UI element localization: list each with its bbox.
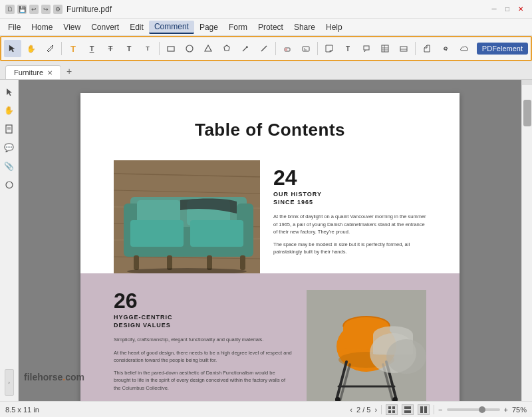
triangle-tool-button[interactable] (200, 40, 217, 57)
text-strikethrough-button[interactable]: T (102, 40, 119, 57)
attach-tool-button[interactable] (418, 40, 436, 57)
menu-form[interactable]: Form (223, 21, 253, 33)
line-tool-button[interactable] (255, 40, 273, 57)
status-bar: 8.5 x 11 in ‹ 2 / 5 › − + 75% (0, 401, 532, 417)
text-tool-5-button[interactable]: T (139, 40, 156, 57)
sidebar-circle-icon[interactable] (3, 178, 16, 192)
menu-view[interactable]: View (58, 21, 86, 33)
main-layout: ✋ 💬 📎 › Table of Contents (0, 80, 532, 401)
menu-share[interactable]: Share (289, 21, 321, 33)
menu-convert[interactable]: Convert (86, 21, 124, 33)
svg-rect-35 (207, 255, 212, 270)
cloud-button[interactable] (456, 40, 473, 57)
table-tool-button[interactable] (376, 40, 394, 57)
sticky-note-button[interactable] (321, 40, 338, 57)
tab-bar: Furniture ✕ + (0, 61, 532, 80)
quick-access-1[interactable]: 💾 (17, 5, 27, 14)
maximize-button[interactable]: □ (501, 3, 513, 15)
svg-point-49 (386, 339, 426, 374)
hand-tool-button[interactable]: ✋ (23, 40, 40, 57)
sidebar-hand-icon[interactable]: ✋ (3, 104, 16, 117)
section-2: 26 HYGGE-CENTRIC DESIGN VALUES Simplicit… (80, 273, 460, 401)
svg-rect-57 (424, 406, 427, 413)
title-bar: 🗋 💾 ↩ ↪ ⚙ Furniture.pdf ─ □ ✕ (0, 0, 532, 19)
section-1-body2: The space may be modest in size but it i… (273, 241, 426, 256)
tab-furniture[interactable]: Furniture ✕ (5, 65, 61, 79)
menu-help[interactable]: Help (321, 21, 348, 33)
section-2-body1: Simplicity, craftsmanship, elegant funct… (114, 336, 293, 343)
prev-page-button[interactable]: ‹ (350, 406, 352, 414)
sofa-image (114, 160, 260, 273)
svg-rect-51 (392, 406, 395, 409)
measure-button[interactable] (395, 40, 412, 57)
link-tool-button[interactable] (437, 40, 454, 57)
svg-rect-32 (190, 220, 243, 247)
menu-file[interactable]: File (3, 21, 26, 33)
zoom-out-button[interactable]: − (438, 406, 442, 414)
svg-rect-6 (364, 46, 369, 50)
menu-edit[interactable]: Edit (124, 21, 149, 33)
menu-page[interactable]: Page (194, 21, 223, 33)
view-mode-2-button[interactable] (402, 404, 414, 415)
separator-3 (275, 42, 276, 55)
pdfelement-button[interactable]: PDFelement (477, 43, 528, 55)
menu-protect[interactable]: Protect (253, 21, 289, 33)
chair-image (307, 290, 426, 401)
next-page-button[interactable]: › (374, 406, 377, 414)
sidebar-comment-icon[interactable]: 💬 (3, 141, 16, 154)
polygon-tool-button[interactable] (218, 40, 235, 57)
text-highlight-button[interactable]: T (65, 40, 82, 57)
zoom-slider[interactable] (447, 408, 500, 411)
tab-label: Furniture (14, 69, 43, 76)
rectangle-tool-button[interactable] (162, 40, 180, 57)
section-2-body3: This belief in the pared-down aesthetic … (114, 369, 293, 392)
svg-rect-36 (240, 255, 245, 270)
text-underline-button[interactable]: T (83, 40, 100, 57)
section-2-text: 26 HYGGE-CENTRIC DESIGN VALUES Simplicit… (114, 290, 293, 397)
svg-point-17 (6, 182, 13, 188)
callout-button[interactable] (358, 40, 375, 57)
quick-access-4[interactable]: ⚙ (53, 5, 63, 14)
menu-comment[interactable]: Comment (149, 21, 194, 34)
app-icons: 🗋 💾 ↩ ↪ ⚙ (5, 5, 63, 14)
sidebar-cursor-icon[interactable] (3, 85, 16, 98)
sidebar-collapse-button[interactable]: › (5, 369, 14, 396)
text-box-button[interactable]: T (339, 40, 356, 57)
zoom-in-button[interactable]: + (504, 406, 508, 414)
status-separator-2 (434, 405, 434, 414)
quick-access-2[interactable]: ↩ (29, 5, 39, 14)
svg-rect-4 (285, 48, 287, 51)
ellipse-tool-button[interactable] (181, 40, 198, 57)
minimize-button[interactable]: ─ (488, 3, 500, 15)
menu-home[interactable]: Home (26, 21, 58, 33)
page-title: Table of Contents (114, 120, 426, 140)
close-button[interactable]: ✕ (515, 3, 527, 15)
right-scrollbar[interactable] (521, 80, 532, 401)
new-tab-button[interactable]: + (61, 63, 77, 79)
app-icon: 🗋 (5, 5, 15, 14)
separator-5 (415, 42, 416, 55)
edit-tool-button[interactable] (41, 40, 59, 57)
menu-bar: File Home View Convert Edit Comment Page… (0, 19, 532, 36)
pdf-viewer[interactable]: Table of Contents (19, 80, 521, 401)
tab-close-button[interactable]: ✕ (47, 69, 53, 76)
svg-rect-33 (134, 255, 139, 270)
sidebar-pages-icon[interactable] (3, 122, 16, 136)
sidebar-attach-icon[interactable]: 📎 (3, 160, 16, 173)
section-1-number: 24 (273, 167, 426, 188)
stamp-tool-button[interactable] (297, 40, 315, 57)
section-1-heading: OUR HISTORY SINCE 1965 (273, 191, 426, 206)
zoom-level: 75% (512, 406, 527, 414)
separator-2 (159, 42, 160, 55)
select-tool-button[interactable] (4, 40, 21, 57)
quick-access-3[interactable]: ↪ (41, 5, 51, 14)
svg-line-2 (261, 46, 267, 51)
view-mode-1-button[interactable] (386, 404, 398, 415)
separator (61, 42, 62, 55)
view-mode-3-button[interactable] (418, 404, 430, 415)
eraser-tool-button[interactable] (279, 40, 296, 57)
svg-rect-53 (392, 410, 395, 413)
arrow-tool-button[interactable] (237, 40, 254, 57)
text-tool-4-button[interactable]: T (120, 40, 138, 57)
window-controls[interactable]: ─ □ ✕ (488, 3, 527, 15)
